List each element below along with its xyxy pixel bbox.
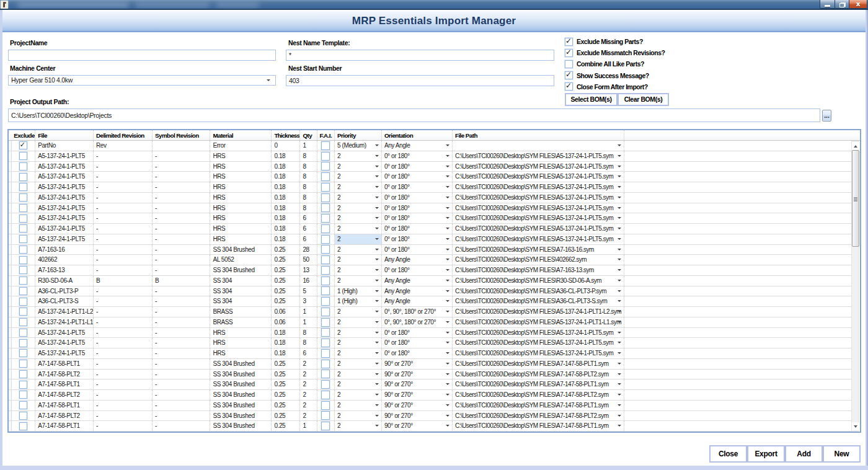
exclude-checkbox[interactable] — [19, 360, 27, 368]
exclude-checkbox[interactable] — [19, 173, 27, 181]
fai-checkbox[interactable] — [321, 391, 330, 399]
orientation-cell[interactable]: Any Angle — [382, 141, 453, 151]
orientation-cell[interactable]: 0° or 180° — [382, 213, 453, 223]
priority-cell[interactable]: 2 — [335, 172, 382, 182]
column-header-file-path[interactable]: File Path — [453, 130, 624, 140]
priority-cell[interactable]: 1 (High) — [335, 286, 382, 296]
fai-checkbox[interactable] — [321, 224, 330, 233]
file-path-cell[interactable]: C:\Users\TCI00260\Desktop\SYM FILES\A5-1… — [453, 151, 624, 161]
priority-cell[interactable]: 2 — [335, 276, 382, 286]
fai-checkbox[interactable] — [321, 193, 330, 202]
file-path-cell[interactable]: C:\Users\TCI00260\Desktop\SYM FILES\R30-… — [453, 276, 624, 286]
exclude-checkbox[interactable] — [19, 308, 27, 316]
file-path-cell[interactable]: C:\Users\TCI00260\Desktop\SYM FILES\A7-1… — [453, 390, 624, 400]
priority-cell[interactable]: 2 — [335, 162, 382, 172]
priority-cell[interactable]: 2 — [335, 328, 382, 338]
file-path-cell[interactable]: C:\Users\TCI00260\Desktop\SYM FILES\A5-1… — [453, 338, 624, 348]
fai-checkbox[interactable] — [321, 286, 330, 295]
priority-cell[interactable]: 2 — [335, 307, 382, 317]
fai-checkbox[interactable] — [321, 308, 330, 316]
column-header-priority[interactable]: Priority — [335, 130, 382, 140]
column-header-symbol-revision[interactable]: Symbol Revision — [153, 130, 210, 140]
orientation-cell[interactable]: 90° or 270° — [382, 401, 453, 410]
fai-checkbox[interactable] — [321, 328, 330, 337]
orientation-cell[interactable]: 90° or 270° — [382, 390, 453, 400]
orientation-cell[interactable]: 0° or 180° — [382, 151, 453, 161]
restore-button[interactable] — [835, 0, 849, 9]
fai-checkbox[interactable] — [321, 411, 330, 420]
option-checkbox[interactable]: ✓ — [565, 49, 573, 57]
nest-start-number-input[interactable]: 403 — [286, 75, 554, 86]
fai-checkbox[interactable] — [321, 339, 330, 347]
orientation-cell[interactable]: 90° or 270° — [382, 370, 453, 379]
exclude-checkbox[interactable] — [19, 381, 27, 389]
fai-checkbox[interactable] — [321, 422, 330, 430]
fai-checkbox[interactable] — [321, 183, 330, 192]
orientation-cell[interactable]: 0° or 180° — [382, 265, 453, 275]
exclude-checkbox[interactable] — [19, 287, 27, 295]
scroll-up-arrow[interactable] — [852, 142, 859, 150]
export-button[interactable]: Export — [747, 445, 785, 463]
exclude-checkbox[interactable] — [19, 204, 27, 212]
nest-name-template-input[interactable]: * — [286, 50, 554, 61]
orientation-cell[interactable]: 0° or 180° — [382, 338, 453, 348]
scrollbar-track[interactable] — [851, 141, 859, 432]
machine-center-select[interactable]: Hyper Gear 510 4.0kw — [8, 75, 276, 86]
priority-cell[interactable]: 2 — [335, 379, 382, 389]
file-path-cell[interactable]: C:\Users\TCI00260\Desktop\SYM FILES\A5-1… — [453, 307, 624, 317]
exclude-checkbox[interactable] — [19, 256, 27, 264]
file-path-cell[interactable]: C:\Users\TCI00260\Desktop\SYM FILES\A7-1… — [453, 265, 624, 275]
exclude-checkbox[interactable] — [19, 162, 27, 171]
file-path-cell[interactable]: C:\Users\TCI00260\Desktop\SYM FILES\A36-… — [453, 286, 624, 296]
orientation-cell[interactable]: 0° or 180° — [382, 234, 453, 244]
exclude-checkbox[interactable] — [19, 246, 27, 254]
file-path-cell[interactable]: C:\Users\TCI00260\Desktop\SYM FILES\A7-1… — [453, 359, 624, 369]
file-path-cell[interactable]: C:\Users\TCI00260\Desktop\SYM FILES\A7-1… — [453, 379, 624, 389]
priority-cell[interactable]: 2 — [335, 255, 382, 265]
exclude-checkbox[interactable] — [19, 422, 27, 430]
file-path-cell[interactable]: C:\Users\TCI00260\Desktop\SYM FILES\A5-1… — [453, 224, 624, 234]
priority-cell[interactable]: 2 — [335, 370, 382, 379]
exclude-checkbox[interactable] — [19, 318, 27, 326]
option-checkbox[interactable]: ✓ — [565, 38, 573, 46]
fai-checkbox[interactable] — [321, 255, 330, 264]
scrollbar-thumb[interactable] — [852, 150, 859, 247]
orientation-cell[interactable]: 0° or 180° — [382, 348, 453, 358]
column-header-delimited-revision[interactable]: Delimited Revision — [94, 130, 153, 140]
option-checkbox[interactable]: ✓ — [565, 71, 573, 79]
file-path-cell[interactable]: C:\Users\TCI00260\Desktop\SYM FILES\A5-1… — [453, 162, 624, 172]
column-header-fai[interactable]: F.A.I. — [317, 130, 335, 140]
file-path-cell[interactable]: C:\Users\TCI00260\Desktop\SYM FILES\A5-1… — [453, 317, 624, 327]
orientation-cell[interactable]: 90° or 270° — [382, 379, 453, 389]
exclude-checkbox[interactable]: ✓ — [19, 141, 27, 149]
priority-cell[interactable]: 2 — [335, 182, 382, 192]
file-path-cell[interactable]: C:\Users\TCI00260\Desktop\SYM FILES\A7-1… — [453, 370, 624, 379]
priority-cell[interactable]: 2 — [335, 265, 382, 275]
priority-cell[interactable]: 2 — [335, 421, 382, 431]
file-path-cell[interactable]: C:\Users\TCI00260\Desktop\SYM FILES\A5-1… — [453, 193, 624, 203]
exclude-checkbox[interactable] — [19, 339, 27, 347]
orientation-cell[interactable]: 0° or 180° — [382, 328, 453, 338]
option-checkbox[interactable] — [565, 60, 573, 68]
orientation-cell[interactable]: 90° or 270° — [382, 411, 453, 421]
fai-checkbox[interactable] — [321, 203, 330, 212]
fai-checkbox[interactable] — [321, 266, 330, 275]
priority-cell[interactable]: 2 — [335, 359, 382, 369]
exclude-checkbox[interactable] — [19, 401, 27, 409]
exclude-checkbox[interactable] — [19, 193, 27, 202]
orientation-cell[interactable]: 0° or 180° — [382, 162, 453, 172]
fai-checkbox[interactable] — [321, 152, 330, 161]
file-path-cell[interactable]: C:\Users\TCI00260\Desktop\SYM FILES\A7-1… — [453, 411, 624, 421]
close-window-button[interactable]: x — [849, 0, 867, 9]
minimize-button[interactable] — [820, 0, 835, 9]
exclude-checkbox[interactable] — [19, 235, 27, 243]
priority-cell[interactable]: 2 — [335, 234, 382, 244]
orientation-cell[interactable]: 0°, 90°, 180° or 270° — [382, 307, 453, 317]
fai-checkbox[interactable] — [321, 380, 330, 389]
orientation-cell[interactable]: 0° or 180° — [382, 203, 453, 213]
file-path-cell[interactable]: C:\Users\TCI00260\Desktop\SYM FILES\A5-1… — [453, 172, 624, 182]
add-button[interactable]: Add — [785, 445, 823, 463]
file-path-cell[interactable]: C:\Users\TCI00260\Desktop\SYM FILES\A5-1… — [453, 348, 624, 358]
exclude-checkbox[interactable] — [19, 391, 27, 399]
file-path-cell[interactable]: C:\Users\TCI00260\Desktop\SYM FILES\A5-1… — [453, 203, 624, 213]
